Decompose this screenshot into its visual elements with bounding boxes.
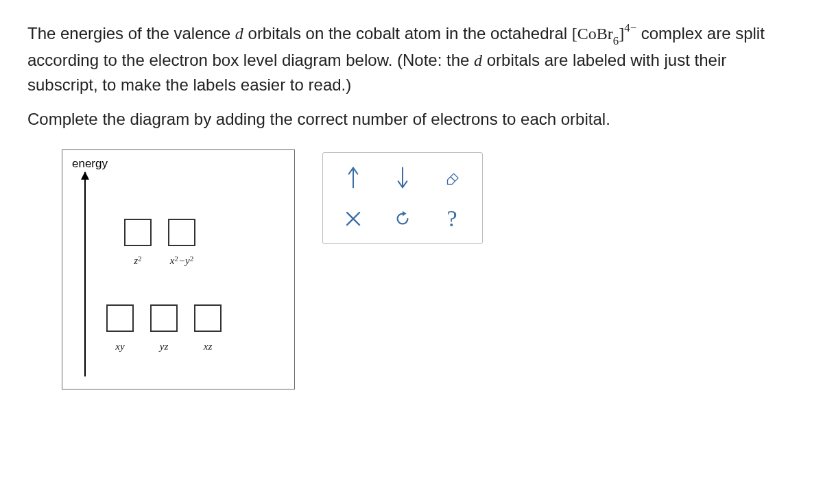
- spin-up-button[interactable]: [329, 157, 378, 198]
- orbital-letter: d: [474, 51, 482, 69]
- orbital-xz: xz: [194, 304, 222, 352]
- orbital-label-xz: xz: [204, 336, 213, 352]
- orbital-box-z2[interactable]: [124, 219, 152, 246]
- eraser-icon: [443, 169, 461, 187]
- orbital-yz: yz: [150, 304, 178, 352]
- reset-button[interactable]: [378, 198, 427, 239]
- tool-palette: ?: [322, 152, 483, 244]
- question-text: The energies of the valence d orbitals o…: [27, 21, 796, 132]
- svg-line-0: [451, 177, 455, 182]
- orbital-label-xy: xy: [115, 336, 124, 352]
- down-arrow-icon: [392, 165, 413, 190]
- energy-axis: [84, 172, 86, 376]
- q-part: The energies of the valence: [27, 24, 235, 43]
- clear-button[interactable]: [329, 198, 378, 239]
- q-part: orbitals on the cobalt atom in the octah…: [243, 24, 572, 43]
- help-icon: ?: [446, 206, 457, 232]
- energy-diagram: energy z2 x2−y2 xy yz: [62, 149, 295, 389]
- orbital-xy: xy: [106, 304, 134, 352]
- orbital-box-x2y2[interactable]: [168, 219, 195, 246]
- orbital-z2: z2: [124, 219, 152, 267]
- orbital-label-yz: yz: [160, 336, 169, 352]
- spin-down-button[interactable]: [378, 157, 427, 198]
- orbital-label-z2: z2: [134, 250, 141, 267]
- orbital-box-xy[interactable]: [106, 304, 134, 332]
- energy-axis-label: energy: [72, 157, 108, 171]
- instruction: Complete the diagram by adding the corre…: [27, 107, 796, 132]
- eraser-button[interactable]: [427, 157, 477, 198]
- up-arrow-icon: [343, 165, 363, 190]
- help-button[interactable]: ?: [427, 198, 477, 239]
- orbital-box-xz[interactable]: [194, 304, 222, 332]
- eg-orbitals: z2 x2−y2: [124, 219, 195, 267]
- orbital-box-yz[interactable]: [150, 304, 178, 332]
- complex-formula: [CoBr6]4−: [572, 21, 636, 48]
- orbital-x2y2: x2−y2: [168, 219, 195, 267]
- orbital-letter: d: [235, 25, 243, 43]
- t2g-orbitals: xy yz xz: [106, 304, 222, 352]
- undo-icon: [394, 210, 412, 228]
- close-icon: [344, 210, 362, 228]
- orbital-label-x2y2: x2−y2: [170, 250, 194, 267]
